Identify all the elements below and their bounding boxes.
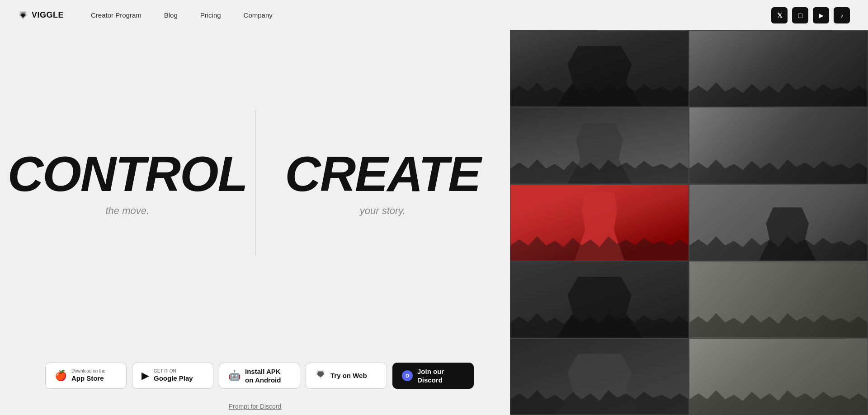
tiktok-icon[interactable]: ♪ xyxy=(834,7,850,23)
nav-item-blog[interactable]: Blog xyxy=(164,11,178,19)
google-play-label-small: GET IT ON xyxy=(154,368,193,374)
navbar: VIGGLE Creator Program Blog Pricing Comp… xyxy=(0,0,868,30)
grid-cell-8 xyxy=(689,261,868,338)
nav-link-creator[interactable]: Creator Program xyxy=(91,11,142,19)
nav-item-company[interactable]: Company xyxy=(244,11,273,19)
nav-item-creator[interactable]: Creator Program xyxy=(91,11,142,19)
svg-marker-4 xyxy=(317,371,324,377)
grid-cell-5 xyxy=(510,184,689,261)
app-store-label-small: Download on the xyxy=(71,368,105,374)
left-section: CONTROL the move. CREATE your story. 🍎 D… xyxy=(0,30,510,415)
grid-cell-9 xyxy=(510,338,689,415)
discord-icon: D xyxy=(402,370,413,381)
social-icons: 𝕏 ◻ ▶ ♪ xyxy=(771,7,850,23)
nav-link-blog[interactable]: Blog xyxy=(164,11,178,19)
grid-cell-3 xyxy=(510,107,689,184)
prompt-link-container: Prompt for Discord xyxy=(0,402,510,410)
youtube-icon[interactable]: ▶ xyxy=(813,7,829,23)
cta-buttons: 🍎 Download on the App Store ▶ GET IT ON … xyxy=(0,363,510,389)
try-web-button[interactable]: Try on Web xyxy=(306,363,387,389)
grid-cell-6 xyxy=(689,184,868,261)
image-grid xyxy=(510,30,868,415)
hero-subtitle-create: your story. xyxy=(360,205,406,217)
hero-title-control: CONTROL xyxy=(8,149,247,199)
discord-label: Join our Discord xyxy=(417,367,464,385)
logo-text: VIGGLE xyxy=(32,10,64,20)
logo[interactable]: VIGGLE xyxy=(18,10,64,20)
main-content: CONTROL the move. CREATE your story. 🍎 D… xyxy=(0,30,868,415)
nav-links: Creator Program Blog Pricing Company xyxy=(91,11,273,19)
hero-create: CREATE your story. xyxy=(255,149,510,244)
viggle-logo-icon xyxy=(18,10,28,20)
hero-subtitle-control: the move. xyxy=(105,205,149,217)
nav-item-pricing[interactable]: Pricing xyxy=(200,11,221,19)
discord-button[interactable]: D Join our Discord xyxy=(392,363,474,389)
nav-link-pricing[interactable]: Pricing xyxy=(200,11,221,19)
prompt-for-discord-link[interactable]: Prompt for Discord xyxy=(229,403,282,410)
google-play-icon: ▶ xyxy=(142,370,149,382)
install-apk-button[interactable]: 🤖 Install APK on Android xyxy=(219,363,300,389)
instagram-icon[interactable]: ◻ xyxy=(792,7,808,23)
hero-title-create: CREATE xyxy=(285,149,480,199)
grid-cell-1 xyxy=(510,30,689,107)
nav-link-company[interactable]: Company xyxy=(244,11,273,19)
grid-cell-4 xyxy=(689,107,868,184)
app-store-button[interactable]: 🍎 Download on the App Store xyxy=(45,363,127,389)
android-icon: 🤖 xyxy=(228,370,241,382)
hero-words: CONTROL the move. CREATE your story. xyxy=(0,30,510,363)
app-store-label: App Store xyxy=(71,374,105,383)
google-play-button[interactable]: ▶ GET IT ON Google Play xyxy=(132,363,213,389)
try-web-label: Try on Web xyxy=(330,371,367,380)
hero-control: CONTROL the move. xyxy=(0,149,255,244)
x-twitter-icon[interactable]: 𝕏 xyxy=(771,7,788,23)
grid-cell-2 xyxy=(689,30,868,107)
google-play-label: Google Play xyxy=(154,374,193,383)
grid-cell-10 xyxy=(689,338,868,415)
viggle-v-icon xyxy=(315,369,326,382)
apple-icon: 🍎 xyxy=(55,370,67,382)
install-apk-label: Install APK on Android xyxy=(245,367,291,385)
grid-cell-7 xyxy=(510,261,689,338)
